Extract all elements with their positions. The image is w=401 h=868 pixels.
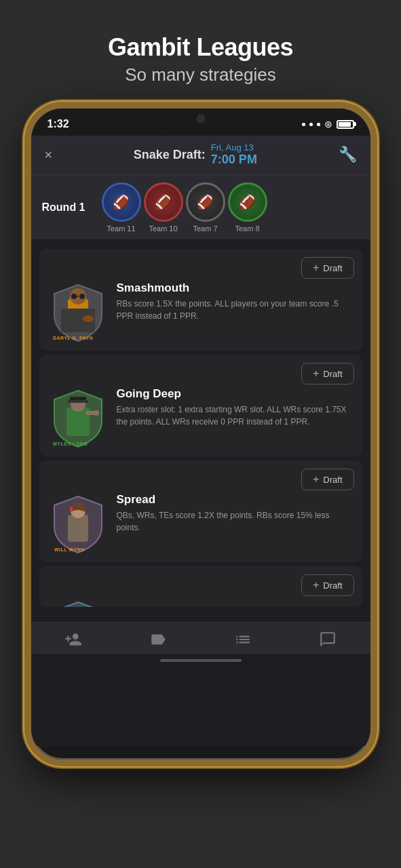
settings-icon[interactable]: 🔧 [339,146,357,163]
strategy-desc-goingdeep: Extra roster slot: 1 extra starting WR s… [117,403,351,428]
draft-button-4[interactable]: Draft [301,574,354,596]
card-text-goingdeep: Going Deep Extra roster slot: 1 extra st… [117,387,354,428]
svg-rect-15 [68,515,88,542]
team-name-11: Team 11 [107,224,135,233]
football-icon-8: 🏈 [239,194,256,210]
notch-camera [197,115,205,123]
football-icon-7: 🏈 [197,194,214,210]
team-item-7: 🏈 Team 7 [186,182,225,233]
draft-button-goingdeep[interactable]: Draft [301,363,354,384]
football-icon-10: 🏈 [155,194,172,210]
home-indicator [31,654,370,667]
battery-icon [337,120,354,129]
status-time: 1:32 [47,118,69,130]
signal-dot-3 [317,123,320,126]
app-header: × Snake Draft: Fri, Aug 13 7:00 PM 🔧 [31,136,370,175]
wifi-icon: ⊛ [324,119,332,130]
nav-item-list[interactable] [234,631,252,648]
page-title: Gambit Leagues [108,33,293,62]
svg-point-13 [94,410,99,416]
character-smashmouth: DARYL B. PAYN [47,281,109,342]
svg-text:WILL WYNN: WILL WYNN [54,547,85,552]
card-text-smashmouth: Smashmouth RBs score 1.5X the points. AL… [117,281,354,322]
character-4 [47,599,109,607]
strategy-card-4: Draft [39,566,362,607]
svg-rect-5 [77,296,78,297]
strategy-name-smashmouth: Smashmouth [117,281,351,295]
svg-rect-11 [68,400,88,403]
phone-frame: 1:32 ⊛ × Snake Draft: Fri, Aug 13 7 [24,102,377,766]
svg-point-6 [83,315,94,322]
header-center: Snake Draft: Fri, Aug 13 7:00 PM [134,142,257,167]
draft-button-spread[interactable]: Draft [301,469,354,490]
football-icon-11: 🏈 [113,194,130,210]
team-avatar-10: 🏈 [144,182,183,222]
strategy-desc-smashmouth: RBs score 1.5X the points. ALL players o… [117,298,351,322]
signal-dot-1 [302,123,305,126]
svg-text:MYLES LONG: MYLES LONG [53,441,88,446]
character-spread: WILL WYNN [47,493,109,554]
status-bar: 1:32 ⊛ [31,108,370,136]
strategy-card-smashmouth: Draft [39,249,362,351]
round-label: Round 1 [42,201,96,214]
app-screen: × Snake Draft: Fri, Aug 13 7:00 PM 🔧 Rou… [31,136,370,746]
draft-title: Snake Draft: [134,148,206,162]
team-name-7: Team 7 [193,224,217,233]
nav-item-invite[interactable] [64,631,82,648]
status-icons: ⊛ [302,119,354,130]
team-items: 🏈 Team 11 🏈 Team 10 🏈 Team 7 [102,182,360,233]
svg-rect-17 [70,507,73,512]
strategy-card-spread: Draft [39,460,362,562]
strategy-name-goingdeep: Going Deep [117,387,351,401]
draft-button-smashmouth[interactable]: Draft [301,257,354,279]
page-header: Gambit Leagues So many strategies [81,0,320,102]
team-avatar-11: 🏈 [102,182,141,222]
home-bar [160,659,242,662]
svg-point-4 [79,294,85,299]
team-name-8: Team 8 [235,224,259,233]
team-item-11: 🏈 Team 11 [102,182,141,233]
card-content-spread: WILL WYNN Spread QBs, WRs, TEs score 1.2… [47,493,354,554]
team-avatar-7: 🏈 [186,182,225,222]
character-goingdeep: MYLES LONG [47,387,109,448]
strategy-name-spread: Spread [117,493,351,507]
svg-point-3 [71,294,77,299]
nav-item-tag[interactable] [149,631,167,648]
signal-dot-2 [309,123,313,126]
draft-time: 7:00 PM [211,153,257,167]
strategy-card-goingdeep: Draft [39,355,362,456]
nav-item-chat[interactable] [319,631,337,648]
strategy-desc-spread: QBs, WRs, TEs score 1.2X the points. RBs… [117,509,351,534]
card-content-4 [47,599,354,607]
bottom-nav [31,622,370,654]
card-text-spread: Spread QBs, WRs, TEs score 1.2X the poin… [117,493,354,534]
close-button[interactable]: × [45,147,53,163]
page-subtitle: So many strategies [108,64,293,85]
svg-text:DARYL B. PAYN: DARYL B. PAYN [53,336,93,340]
team-item-8: 🏈 Team 8 [228,182,267,233]
card-content-goingdeep: MYLES LONG Going Deep Extra roster slot:… [47,387,354,448]
team-avatar-8: 🏈 [228,182,267,222]
notch [150,108,252,129]
draft-date: Fri, Aug 13 [211,142,257,153]
battery-fill [339,122,351,127]
strategy-list: Draft [31,239,370,616]
team-item-10: 🏈 Team 10 [144,182,183,233]
card-content-smashmouth: DARYL B. PAYN Smashmouth RBs score 1.5X … [47,281,354,342]
team-name-10: Team 10 [149,224,177,233]
round-row: Round 1 🏈 Team 11 🏈 Team 10 🏈 [31,175,370,239]
